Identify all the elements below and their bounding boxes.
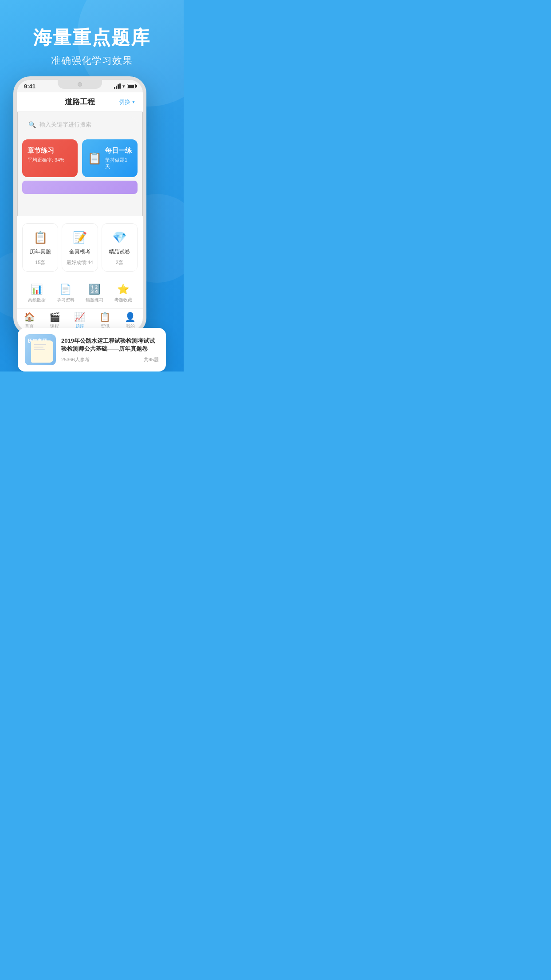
- quanzhen-sub: 最好成绩:44: [67, 259, 93, 266]
- nav-tiku[interactable]: 📈 题库: [67, 312, 93, 329]
- linian-label: 历年真题: [30, 248, 51, 256]
- wifi-icon: ▾: [122, 83, 125, 89]
- nav-wode[interactable]: 👤 我的: [118, 312, 143, 329]
- daily-label: 每日一练: [105, 146, 132, 155]
- float-card-thumbnail: 历年真题: [25, 334, 56, 365]
- xuexiziliao-icon: 📄: [59, 284, 71, 295]
- linian-icon: 📋: [33, 231, 47, 245]
- daily-icon: 📋: [87, 151, 102, 165]
- main-background: 海量重点题库 准确强化学习效果 9:41 ▾: [0, 0, 184, 371]
- course-icon: 🎬: [49, 312, 60, 322]
- main-title: 海量重点题库: [9, 27, 175, 49]
- header-area: 海量重点题库 准确强化学习效果: [0, 0, 184, 76]
- cuotilianxi-label: 错题练习: [86, 297, 103, 303]
- chapter-practice-card[interactable]: 章节练习 平均正确率: 34%: [22, 139, 78, 177]
- chevron-down-icon: ▼: [131, 99, 136, 104]
- xuexiziliao-label: 学习资料: [57, 297, 75, 303]
- jingpin-card[interactable]: 💎 精品试卷 2套: [102, 223, 138, 272]
- floating-history-card[interactable]: 历年真题 2019年公路水运工程试验检测考试试验检测师公共基础——历年真题卷 2…: [18, 328, 166, 371]
- search-icon: 🔍: [28, 121, 36, 128]
- cuotilianxi-tool[interactable]: 🔢 错题练习: [86, 284, 103, 303]
- quanzhen-label: 全真模考: [69, 248, 91, 256]
- tool-row: 📊 高频数据 📄 学习资料 🔢 错题练习 ⭐ 考题收藏: [22, 279, 138, 303]
- linian-card[interactable]: 📋 历年真题 15套: [22, 223, 58, 272]
- tiku-icon: 📈: [74, 312, 85, 322]
- cuotilianxi-icon: 🔢: [88, 284, 100, 295]
- battery-icon: [127, 84, 136, 88]
- gaopinshuju-tool[interactable]: 📊 高频数据: [28, 284, 46, 303]
- app-title: 道路工程: [65, 97, 95, 107]
- daily-practice-card[interactable]: 📋 每日一练 坚持做题1天: [82, 139, 138, 177]
- float-card-count: 共95题: [144, 356, 159, 363]
- quanzhen-icon: 📝: [73, 231, 87, 245]
- xuexiziliao-tool[interactable]: 📄 学习资料: [57, 284, 75, 303]
- camera: [78, 82, 82, 87]
- kaotishoucan-label: 考题收藏: [114, 297, 132, 303]
- jingpin-sub: 2套: [116, 259, 123, 266]
- search-bar[interactable]: 🔍 输入关键字进行搜索: [22, 117, 138, 132]
- phone-mockup: 9:41 ▾: [13, 76, 146, 335]
- search-input[interactable]: 输入关键字进行搜索: [39, 121, 91, 129]
- category-cards: 章节练习 平均正确率: 34% 📋 每日一练 坚持做题1天: [17, 136, 143, 181]
- status-icons: ▾: [114, 83, 136, 89]
- jingpin-icon: 💎: [112, 231, 126, 245]
- float-card-title: 2019年公路水运工程试验检测考试试验检测师公共基础——历年真题卷: [61, 337, 159, 353]
- home-icon: 🏠: [24, 312, 35, 322]
- chapter-sub: 平均正确率: 34%: [28, 157, 72, 163]
- status-bar: 9:41 ▾: [17, 80, 143, 92]
- category-section: 章节练习 平均正确率: 34% 📋 每日一练 坚持做题1天: [17, 136, 143, 216]
- news-icon: 📋: [99, 312, 110, 322]
- signal-icon: [114, 83, 121, 89]
- float-card-meta: 25366人参考 共95题: [61, 356, 159, 363]
- switch-button[interactable]: 切换 ▼: [119, 98, 136, 106]
- kaotishoucan-tool[interactable]: ⭐ 考题收藏: [114, 284, 132, 303]
- float-card-participants: 25366人参考: [61, 356, 90, 363]
- gaopinshuju-icon: 📊: [31, 284, 43, 295]
- nav-kecheng[interactable]: 🎬 课程: [42, 312, 67, 329]
- app-topbar: 道路工程 切换 ▼: [17, 92, 143, 112]
- profile-icon: 👤: [125, 312, 136, 322]
- float-card-info: 2019年公路水运工程试验检测考试试验检测师公共基础——历年真题卷 25366人…: [61, 337, 159, 363]
- kaotishoucan-icon: ⭐: [117, 284, 129, 295]
- phone-bottom: 📋 历年真题 15套 📝 全真模考 最好成绩:44 💎 精品试卷 2套: [17, 216, 143, 308]
- linian-sub: 15套: [35, 259, 45, 266]
- daily-sub: 坚持做题1天: [105, 157, 132, 170]
- clock: 9:41: [24, 83, 35, 90]
- sub-title: 准确强化学习效果: [9, 54, 175, 67]
- jingpin-label: 精品试卷: [109, 248, 130, 256]
- notch: [58, 80, 102, 89]
- partial-bar: [22, 181, 138, 194]
- quanzhen-card[interactable]: 📝 全真模考 最好成绩:44: [62, 223, 98, 272]
- nav-zixun[interactable]: 📋 资讯: [92, 312, 118, 329]
- icon-cards-row: 📋 历年真题 15套 📝 全真模考 最好成绩:44 💎 精品试卷 2套: [22, 223, 138, 272]
- gaopinshuju-label: 高频数据: [28, 297, 46, 303]
- chapter-label: 章节练习: [28, 146, 72, 155]
- nav-shouye[interactable]: 🏠 首页: [17, 312, 42, 329]
